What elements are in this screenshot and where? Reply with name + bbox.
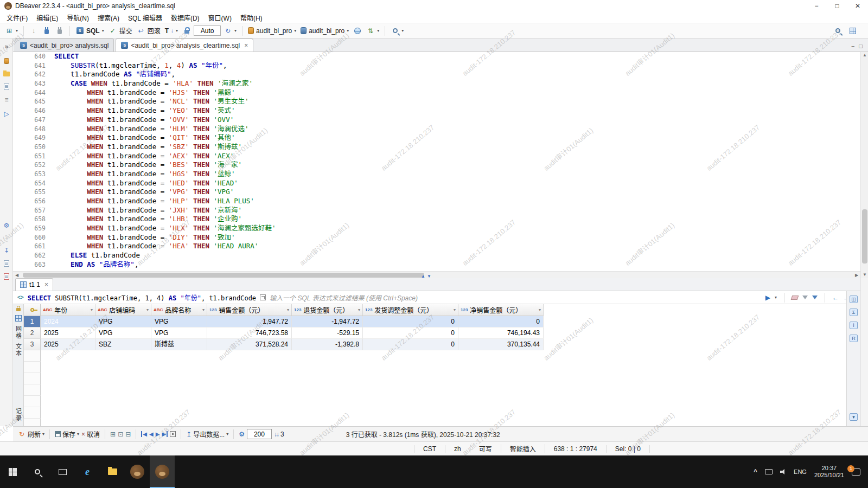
search-button[interactable]: ▾ [389, 25, 405, 37]
grid-cell[interactable]: 370,135.44 [458, 339, 544, 350]
export-script-icon[interactable]: ↧ [2, 246, 11, 255]
dbeaver-taskbar-button[interactable] [125, 455, 150, 488]
grid-cell[interactable]: 0 [363, 316, 458, 328]
grid-cell[interactable]: 371,528.24 [207, 339, 292, 350]
grid-cell[interactable]: SBZ [95, 339, 151, 350]
column-filter-caret[interactable]: ▾ [91, 307, 93, 312]
editor-tab-analysis[interactable]: S <audit_bi_pro> analysis.sql [15, 38, 114, 52]
export-data-button[interactable]: ↥导出数据...▾ [186, 429, 228, 439]
editor-vertical-scrollbar[interactable]: ▲ ▼ [860, 52, 868, 278]
close-results-icon[interactable]: × [44, 281, 48, 288]
result-grid[interactable]: ABC年份▾ABC店铺编码▾ABC品牌名称▾123销售金额（元）▾123退货金额… [24, 304, 846, 426]
isolation-combo[interactable]: Auto [194, 25, 221, 36]
column-header-5[interactable]: 123发货调整金额（元）▾ [363, 304, 458, 316]
menu-item-3[interactable]: 搜索(A) [93, 12, 124, 23]
scrollbar-thumb[interactable] [23, 273, 424, 278]
close-tab-icon[interactable]: × [244, 42, 248, 49]
last-row-button[interactable]: ▶ [162, 431, 168, 437]
editor-horizontal-scrollbar[interactable]: ◀ ▶ [13, 271, 860, 278]
language-indicator[interactable]: ENG [794, 468, 807, 475]
status-segment-0[interactable]: CST [414, 445, 445, 453]
column-filter-caret[interactable]: ▾ [202, 307, 205, 312]
filter-input[interactable]: 输入一个 SQL 表达式来过滤结果 (使用 Ctrl+Space) [270, 293, 762, 302]
column-filter-caret[interactable]: ▾ [454, 307, 456, 312]
status-segment-4[interactable]: 638 : 1 : 27974 [545, 445, 607, 453]
network-button[interactable]: ⇅▾ [365, 25, 381, 37]
network-tray-icon[interactable] [765, 469, 773, 474]
menu-item-1[interactable]: 编辑(E) [32, 12, 62, 23]
lock-button[interactable] [181, 25, 193, 37]
commit-button[interactable]: ✓提交 [107, 25, 134, 37]
focus-row-button[interactable] [170, 431, 176, 437]
column-header-3[interactable]: 123销售金额（元）▾ [207, 304, 292, 316]
value-panel-icon[interactable]: ◫ [850, 296, 858, 303]
apply-filter-button[interactable]: ▶ [765, 294, 770, 301]
row-number-cell[interactable]: 2 [24, 328, 41, 339]
scrollbar-thumb[interactable] [862, 209, 867, 264]
status-segment-3[interactable]: 智能插入 [501, 444, 545, 453]
column-header-6[interactable]: 123净销售金额（元）▾ [458, 304, 544, 316]
menu-item-0[interactable]: 文件(F) [2, 12, 32, 23]
status-segment-5[interactable]: Sel: 0 | 0 [607, 445, 650, 453]
duplicate-row-button[interactable]: ⊡ [118, 431, 123, 438]
filter-history-back-icon[interactable]: ← [832, 294, 839, 301]
column-header-2[interactable]: ABC品牌名称▾ [151, 304, 207, 316]
references-panel-icon[interactable]: R [850, 335, 858, 342]
download-button[interactable]: ↓ [28, 25, 40, 37]
locked-file-icon[interactable] [2, 272, 11, 281]
aggregate-panel-icon[interactable]: Σ [850, 309, 858, 316]
filter-sql-preview[interactable]: SELECT SUBSTR(t1.mgclearTime, 1, 4) AS "… [28, 293, 256, 302]
settings-gear-icon[interactable]: ⚙ [2, 221, 11, 230]
file-explorer-button[interactable] [100, 455, 125, 488]
presentation-grid-tab[interactable]: 网格 [14, 325, 23, 339]
refresh-history-button[interactable]: ↻▾ [222, 25, 238, 37]
restore-panes-icon[interactable]: » [2, 42, 11, 52]
editor-tab-analysis-cleartime[interactable]: S <audit_bi_pro> analysis_cleartime.sql … [116, 38, 253, 52]
grid-cell[interactable]: VPG [95, 316, 151, 328]
column-header-0[interactable]: ABC年份▾ [41, 304, 95, 316]
taskbar-search-button[interactable] [25, 455, 50, 488]
grid-cell[interactable]: 746,194.43 [458, 328, 544, 339]
remove-filter-icon[interactable] [802, 296, 808, 299]
expand-filter-icon[interactable] [260, 294, 266, 300]
task-view-button[interactable] [50, 455, 75, 488]
settings-button[interactable]: ⚙ [239, 431, 245, 438]
menu-item-7[interactable]: 帮助(H) [236, 12, 267, 23]
status-segment-1[interactable]: zh [445, 445, 470, 453]
scroll-down-icon[interactable]: ▼ [861, 272, 868, 278]
column-filter-caret[interactable]: ▾ [358, 307, 360, 312]
grid-cell[interactable]: VPG [95, 328, 151, 339]
volume-icon[interactable] [780, 469, 786, 474]
grid-cell[interactable]: VPG [151, 328, 207, 339]
grid-cell[interactable]: 2025 [41, 328, 95, 339]
grid-cell[interactable]: VPG [151, 316, 207, 328]
first-row-button[interactable]: ◀ [141, 431, 147, 437]
grid-cell[interactable]: 1,947.72 [207, 316, 292, 328]
internet-explorer-button[interactable]: e [75, 455, 100, 488]
start-button[interactable] [0, 455, 25, 488]
dbeaver-taskbar-button-active[interactable] [150, 455, 175, 488]
sql-editor[interactable]: 640SELECT641 SUBSTR(t1.mgclearTime, 1, 4… [13, 52, 860, 271]
globe-button[interactable] [352, 25, 363, 37]
add-row-button[interactable]: ⊞ [110, 431, 116, 438]
transaction-mode-button[interactable]: T↓▾ [163, 25, 180, 37]
grid-cell[interactable]: 2024 [41, 316, 95, 328]
column-filter-caret[interactable]: ▾ [287, 307, 289, 312]
column-header-4[interactable]: 123退货金额（元）▾ [292, 304, 363, 316]
previous-row-button[interactable]: ◀ [149, 431, 154, 437]
script-icon[interactable] [2, 82, 11, 92]
row-number-cell[interactable]: 3 [24, 339, 41, 350]
taskbar-clock[interactable]: 20:372025/10/21 [814, 465, 844, 479]
close-button[interactable]: ✕ [847, 0, 868, 12]
perspective-icon[interactable] [848, 27, 857, 35]
menu-item-5[interactable]: 数据库(D) [167, 12, 204, 23]
cancel-button[interactable]: ×取消 [81, 429, 100, 439]
console-icon[interactable]: ▷ [2, 109, 11, 119]
grid-cell[interactable]: -1,947.72 [292, 316, 363, 328]
clear-filter-icon[interactable] [791, 296, 799, 300]
outline-icon[interactable]: ≡ [2, 95, 11, 105]
maximize-button[interactable]: □ [827, 0, 847, 12]
grid-presentation-icon[interactable] [15, 315, 22, 322]
new-file-icon[interactable] [2, 259, 11, 268]
grid-cell[interactable]: 0 [363, 328, 458, 339]
